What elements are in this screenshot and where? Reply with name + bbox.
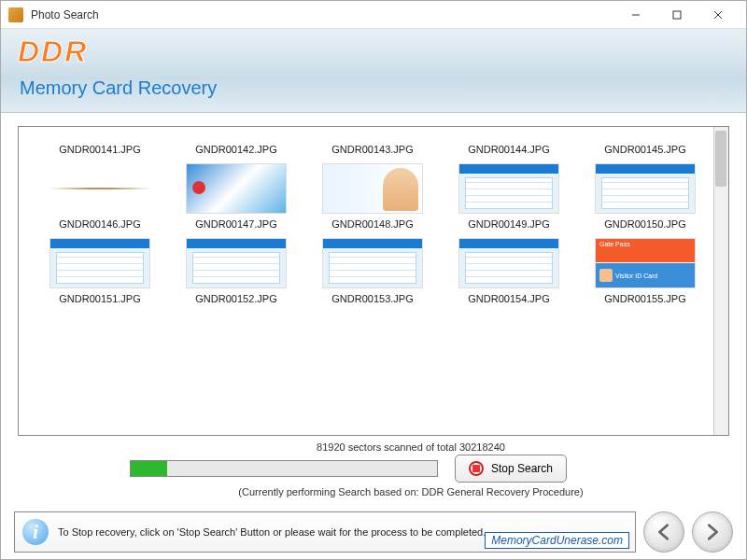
thumbnail-preview [458,136,560,140]
app-icon [8,7,23,22]
info-text: To Stop recovery, click on 'Stop Search'… [58,526,486,538]
footer: i To Stop recovery, click on 'Stop Searc… [1,507,746,559]
forward-button[interactable] [692,511,733,553]
thumbnail-preview [594,136,697,140]
progress-bar [130,460,438,477]
close-button[interactable] [698,2,739,28]
thumbnail-label: GNDR00143.JPG [331,144,413,155]
thumbnail-preview [321,237,424,289]
thumbnail-preview [321,136,424,140]
progress-note: (Currently performing Search based on: D… [238,486,583,497]
thumbnail-label: GNDR00152.JPG [195,293,276,304]
app-window: Photo Search DDR Memory Card Recovery GN… [0,0,747,560]
brand-link[interactable]: MemoryCardUnerase.com [485,532,629,549]
thumbnail-preview [185,237,288,289]
thumbnail-preview [594,162,697,215]
progress-fill [131,461,167,476]
thumbnail-item[interactable]: GNDR00150.JPG [577,162,713,230]
brand-logo: DDR [18,35,88,69]
thumbnail-item[interactable]: Gate PassVisitor ID CardGNDR00155.JPG [577,237,713,304]
thumbnail-preview [185,136,288,140]
stop-icon [469,461,484,476]
thumbnail-preview: Gate PassVisitor ID Card [594,237,697,289]
thumbnail-preview [321,162,424,215]
thumbnail-preview [185,162,288,215]
thumbnail-label: GNDR00141.JPG [59,144,140,155]
thumbnail-label: GNDR00153.JPG [331,293,413,304]
thumbnail-preview [458,237,560,289]
content-area: GNDR00141.JPGGNDR00142.JPGGNDR00143.JPGG… [1,113,746,507]
thumbnail-preview [49,237,151,289]
thumbnail-item[interactable]: GNDR00143.JPG [304,136,441,155]
thumbnail-item[interactable]: GNDR00141.JPG [32,136,168,155]
thumbnail-panel: GNDR00141.JPGGNDR00142.JPGGNDR00143.JPGG… [18,126,729,436]
scrollbar[interactable] [713,127,728,435]
thumbnail-item[interactable]: GNDR00149.JPG [441,162,577,230]
thumbnail-label: GNDR00154.JPG [468,293,549,304]
progress-row: Stop Search [130,455,692,483]
thumbnail-item[interactable]: GNDR00152.JPG [168,237,304,304]
thumbnail-label: GNDR00148.JPG [331,218,413,230]
thumbnail-label: GNDR00150.JPG [604,218,685,230]
titlebar: Photo Search [1,1,746,29]
stop-search-button[interactable]: Stop Search [455,455,567,483]
info-bar: i To Stop recovery, click on 'Stop Searc… [14,511,636,553]
header-subtitle: Memory Card Recovery [20,77,217,99]
thumbnail-grid: GNDR00141.JPGGNDR00142.JPGGNDR00143.JPGG… [19,127,728,315]
thumbnail-item[interactable]: GNDR00146.JPG [32,162,168,230]
thumbnail-item[interactable]: GNDR00144.JPG [441,136,577,155]
maximize-button[interactable] [656,2,698,28]
thumbnail-item[interactable]: GNDR00147.JPG [168,162,304,230]
thumbnail-item[interactable]: GNDR00154.JPG [441,237,577,304]
thumbnail-preview [458,162,560,215]
thumbnail-item[interactable]: GNDR00148.JPG [304,162,441,230]
thumbnail-label: GNDR00142.JPG [195,144,276,155]
thumbnail-preview [49,162,151,215]
thumbnail-label: GNDR00146.JPG [59,218,140,230]
thumbnail-label: GNDR00155.JPG [604,293,685,304]
thumbnail-item[interactable]: GNDR00153.JPG [304,237,441,304]
thumbnail-label: GNDR00151.JPG [59,293,140,304]
svg-rect-1 [673,11,681,19]
header-banner: DDR Memory Card Recovery [1,29,746,113]
thumbnail-label: GNDR00147.JPG [195,218,276,230]
progress-section: 81920 sectors scanned of total 30218240 … [18,436,729,499]
stop-search-label: Stop Search [491,462,553,475]
thumbnail-item[interactable]: GNDR00145.JPG [577,136,713,155]
progress-label: 81920 sectors scanned of total 30218240 [317,441,505,453]
thumbnail-item[interactable]: GNDR00151.JPG [32,237,168,304]
back-button[interactable] [643,511,684,553]
window-title: Photo Search [31,8,615,21]
thumbnail-label: GNDR00149.JPG [468,218,549,230]
thumbnail-label: GNDR00144.JPG [468,144,549,155]
thumbnail-item[interactable]: GNDR00142.JPG [168,136,304,155]
info-icon: i [22,519,49,545]
thumbnail-label: GNDR00145.JPG [604,144,685,155]
scrollbar-thumb[interactable] [715,131,726,187]
minimize-button[interactable] [615,2,656,28]
thumbnail-preview [49,136,151,140]
